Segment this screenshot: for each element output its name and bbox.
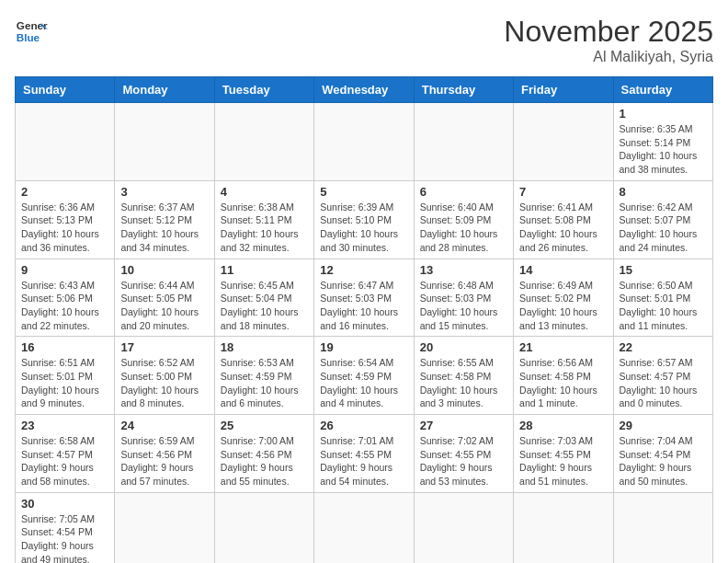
day-number: 17	[120, 340, 208, 354]
day-info: Sunrise: 7:00 AM Sunset: 4:56 PM Dayligh…	[221, 434, 308, 488]
location-title: Al Malikiyah, Syria	[504, 49, 713, 65]
day-cell: 1Sunrise: 6:35 AM Sunset: 5:14 PM Daylig…	[613, 103, 712, 181]
day-info: Sunrise: 7:01 AM Sunset: 4:55 PM Dayligh…	[320, 434, 407, 488]
day-cell: 15Sunrise: 6:50 AM Sunset: 5:01 PM Dayli…	[613, 259, 712, 337]
day-cell	[115, 103, 214, 181]
day-info: Sunrise: 6:59 AM Sunset: 4:56 PM Dayligh…	[120, 434, 208, 488]
day-number: 25	[221, 419, 308, 432]
day-number: 11	[221, 263, 308, 277]
day-cell: 20Sunrise: 6:55 AM Sunset: 4:58 PM Dayli…	[414, 337, 513, 415]
day-number: 28	[519, 419, 607, 432]
week-row-6: 30Sunrise: 7:05 AM Sunset: 4:54 PM Dayli…	[16, 492, 713, 563]
day-info: Sunrise: 6:54 AM Sunset: 4:59 PM Dayligh…	[320, 356, 407, 410]
day-cell	[514, 492, 613, 563]
day-info: Sunrise: 6:57 AM Sunset: 4:57 PM Dayligh…	[620, 356, 707, 410]
month-title: November 2025	[504, 15, 713, 49]
svg-text:Blue: Blue	[17, 31, 40, 43]
day-number: 26	[320, 419, 407, 432]
day-info: Sunrise: 6:58 AM Sunset: 4:57 PM Dayligh…	[21, 434, 108, 488]
day-info: Sunrise: 6:39 AM Sunset: 5:10 PM Dayligh…	[320, 201, 407, 255]
day-cell: 28Sunrise: 7:03 AM Sunset: 4:55 PM Dayli…	[514, 415, 613, 493]
day-cell: 21Sunrise: 6:56 AM Sunset: 4:58 PM Dayli…	[514, 337, 613, 415]
day-info: Sunrise: 6:53 AM Sunset: 4:59 PM Dayligh…	[221, 356, 308, 410]
header-monday: Monday	[115, 77, 214, 103]
day-cell: 19Sunrise: 6:54 AM Sunset: 4:59 PM Dayli…	[314, 337, 414, 415]
day-info: Sunrise: 7:03 AM Sunset: 4:55 PM Dayligh…	[519, 434, 607, 488]
day-info: Sunrise: 6:37 AM Sunset: 5:12 PM Dayligh…	[120, 201, 208, 255]
day-cell: 17Sunrise: 6:52 AM Sunset: 5:00 PM Dayli…	[115, 337, 214, 415]
day-number: 18	[221, 340, 308, 354]
day-info: Sunrise: 6:55 AM Sunset: 4:58 PM Dayligh…	[420, 356, 507, 410]
day-cell: 2Sunrise: 6:36 AM Sunset: 5:13 PM Daylig…	[16, 180, 115, 259]
day-info: Sunrise: 6:38 AM Sunset: 5:11 PM Dayligh…	[221, 201, 308, 255]
day-cell: 22Sunrise: 6:57 AM Sunset: 4:57 PM Dayli…	[613, 337, 712, 415]
day-cell: 7Sunrise: 6:41 AM Sunset: 5:08 PM Daylig…	[514, 180, 613, 259]
day-cell: 9Sunrise: 6:43 AM Sunset: 5:06 PM Daylig…	[16, 259, 115, 337]
week-row-3: 9Sunrise: 6:43 AM Sunset: 5:06 PM Daylig…	[16, 259, 713, 337]
day-cell: 13Sunrise: 6:48 AM Sunset: 5:03 PM Dayli…	[414, 259, 513, 337]
week-row-4: 16Sunrise: 6:51 AM Sunset: 5:01 PM Dayli…	[16, 337, 713, 415]
day-number: 10	[120, 263, 208, 277]
day-cell	[414, 103, 513, 181]
day-number: 20	[420, 340, 507, 354]
day-info: Sunrise: 6:42 AM Sunset: 5:07 PM Dayligh…	[620, 201, 707, 255]
day-number: 21	[519, 340, 607, 354]
day-cell: 4Sunrise: 6:38 AM Sunset: 5:11 PM Daylig…	[214, 180, 313, 259]
day-number: 7	[519, 185, 607, 199]
day-number: 3	[120, 185, 208, 199]
day-cell	[214, 492, 313, 563]
day-cell: 14Sunrise: 6:49 AM Sunset: 5:02 PM Dayli…	[514, 259, 613, 337]
day-info: Sunrise: 6:50 AM Sunset: 5:01 PM Dayligh…	[620, 279, 707, 333]
day-number: 1	[620, 107, 707, 121]
day-info: Sunrise: 6:56 AM Sunset: 4:58 PM Dayligh…	[519, 356, 607, 410]
day-cell	[414, 492, 513, 563]
week-row-5: 23Sunrise: 6:58 AM Sunset: 4:57 PM Dayli…	[16, 415, 713, 493]
logo: General Blue	[15, 15, 48, 48]
day-number: 5	[320, 185, 407, 199]
day-cell: 10Sunrise: 6:44 AM Sunset: 5:05 PM Dayli…	[115, 259, 214, 337]
day-info: Sunrise: 6:36 AM Sunset: 5:13 PM Dayligh…	[21, 201, 108, 255]
day-number: 13	[420, 263, 507, 277]
day-info: Sunrise: 7:04 AM Sunset: 4:54 PM Dayligh…	[620, 434, 707, 488]
day-number: 8	[620, 185, 707, 199]
day-number: 16	[21, 340, 108, 354]
day-cell: 26Sunrise: 7:01 AM Sunset: 4:55 PM Dayli…	[314, 415, 414, 493]
day-cell: 5Sunrise: 6:39 AM Sunset: 5:10 PM Daylig…	[314, 180, 414, 259]
day-number: 24	[120, 419, 208, 432]
day-cell: 24Sunrise: 6:59 AM Sunset: 4:56 PM Dayli…	[115, 415, 214, 493]
day-cell: 18Sunrise: 6:53 AM Sunset: 4:59 PM Dayli…	[214, 337, 313, 415]
day-number: 19	[320, 340, 407, 354]
day-cell: 29Sunrise: 7:04 AM Sunset: 4:54 PM Dayli…	[613, 415, 712, 493]
day-cell: 12Sunrise: 6:47 AM Sunset: 5:03 PM Dayli…	[314, 259, 414, 337]
day-info: Sunrise: 6:49 AM Sunset: 5:02 PM Dayligh…	[519, 279, 607, 333]
day-cell: 16Sunrise: 6:51 AM Sunset: 5:01 PM Dayli…	[16, 337, 115, 415]
day-cell: 30Sunrise: 7:05 AM Sunset: 4:54 PM Dayli…	[16, 492, 115, 563]
day-info: Sunrise: 6:35 AM Sunset: 5:14 PM Dayligh…	[620, 122, 707, 177]
day-cell: 11Sunrise: 6:45 AM Sunset: 5:04 PM Dayli…	[214, 259, 313, 337]
day-cell: 23Sunrise: 6:58 AM Sunset: 4:57 PM Dayli…	[16, 415, 115, 493]
day-info: Sunrise: 6:52 AM Sunset: 5:00 PM Dayligh…	[120, 356, 208, 410]
day-info: Sunrise: 7:05 AM Sunset: 4:54 PM Dayligh…	[21, 512, 108, 563]
calendar: SundayMondayTuesdayWednesdayThursdayFrid…	[15, 76, 713, 563]
day-number: 6	[420, 185, 507, 199]
day-number: 12	[320, 263, 407, 277]
day-number: 14	[519, 263, 607, 277]
day-info: Sunrise: 6:51 AM Sunset: 5:01 PM Dayligh…	[21, 356, 108, 410]
day-cell: 8Sunrise: 6:42 AM Sunset: 5:07 PM Daylig…	[613, 180, 712, 259]
day-info: Sunrise: 6:41 AM Sunset: 5:08 PM Dayligh…	[519, 201, 607, 255]
title-area: November 2025 Al Malikiyah, Syria	[504, 15, 713, 65]
header-thursday: Thursday	[414, 77, 513, 103]
day-number: 23	[21, 419, 108, 432]
day-number: 29	[620, 419, 707, 432]
day-cell	[514, 103, 613, 181]
day-info: Sunrise: 6:44 AM Sunset: 5:05 PM Dayligh…	[120, 279, 208, 333]
day-number: 22	[620, 340, 707, 354]
day-cell	[314, 492, 414, 563]
day-number: 27	[420, 419, 507, 432]
header-tuesday: Tuesday	[214, 77, 313, 103]
day-cell: 25Sunrise: 7:00 AM Sunset: 4:56 PM Dayli…	[214, 415, 313, 493]
day-cell	[16, 103, 115, 181]
day-cell	[613, 492, 712, 563]
day-cell	[115, 492, 214, 563]
header: General Blue November 2025 Al Malikiyah,…	[15, 15, 713, 65]
